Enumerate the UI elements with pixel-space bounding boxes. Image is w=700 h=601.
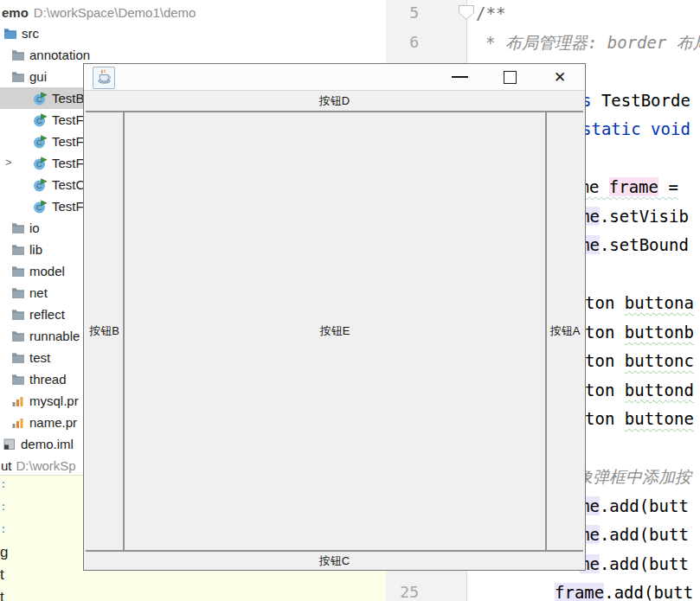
java-class-icon: C [33,113,48,127]
java-coffee-icon [96,68,112,88]
code-token: .add(butt [600,554,689,573]
code-token: static [581,119,641,138]
tree-item-label: TestC [52,177,85,192]
code-token: ton [585,293,625,312]
doc-popup-fragment: t [0,566,4,584]
tree-item-label: ut [1,458,12,473]
folder-icon [10,221,25,235]
doc-popup-fragment: : [0,477,7,490]
code-line-21[interactable]: 象弹框中添加按 [576,465,691,488]
code-token: buttona [625,293,694,312]
properties-file-icon [10,416,25,430]
code-token: void [651,119,690,138]
code-line-23[interactable]: me.add(butt [580,523,689,546]
doc-popup-fragment: : [0,500,7,513]
maximize-icon [504,71,517,84]
code-line-12[interactable]: me.setVisib [580,205,689,227]
tree-item-label: model [29,264,65,278]
code-token: frame [555,583,604,601]
project-root-path: D:\workSpace\Demo1\demo [34,5,196,20]
code-token: ton [585,380,625,400]
code-token: ton [585,351,625,370]
java-class-icon: C [33,200,48,214]
tree-item-label: test [29,350,50,365]
code-token: .setVisib [600,207,689,226]
code-line-9[interactable]: static void [581,118,690,140]
button-west-label: 按钮B [89,323,119,339]
tree-item-label: lib [29,242,42,257]
button-north-label: 按钮D [319,93,350,109]
folder-icon [10,243,25,257]
folder-icon [10,48,25,62]
tree-item-path: D:\workSp [16,458,76,473]
close-button[interactable]: ✕ [535,64,585,90]
tree-item-label: runnable [29,329,80,343]
code-token: ton [585,323,625,342]
gutter-line-number[interactable]: 5 [386,2,419,24]
code-line-18[interactable]: ton buttond [585,379,694,401]
folder-icon [10,70,25,84]
tree-item-label: net [29,285,48,300]
tree-item-label: gui [29,69,47,84]
code-line-22[interactable]: me.add(butt [580,495,689,517]
button-south-label: 按钮C [319,553,350,569]
tree-item-label: annotation [29,48,90,62]
code-line-13[interactable]: me.setBound [580,233,689,256]
button-east[interactable]: 按钮A [546,112,583,550]
button-north[interactable]: 按钮D [86,91,583,112]
code-token: * 布局管理器: border 布局 [485,33,700,52]
code-token: .add(butt [600,496,689,515]
tree-item-label: mysql.pr [29,393,79,408]
code-line-25[interactable]: frame.add(butt [555,581,693,601]
window-system-menu-button[interactable] [93,67,115,89]
code-line-15[interactable]: ton buttona [585,291,694,314]
code-token: .add(butt [604,583,693,601]
button-south[interactable]: 按钮C [86,551,583,570]
app-window-titlebar[interactable]: ✕ [84,64,585,91]
folder-icon [10,373,25,387]
code-line-8[interactable]: s TestBorde [581,89,690,112]
tree-item-label: TestF [52,112,84,127]
doc-popup-fragment: t [0,589,4,601]
minimize-button[interactable] [434,64,485,90]
code-token: buttond [625,380,694,400]
code-token: .setBound [600,235,689,254]
code-token: ton [585,409,625,428]
code-line-24[interactable]: me.add(butt [580,553,689,575]
java-class-icon: C [33,157,48,170]
java-class-icon: C [33,92,48,105]
code-line-19[interactable]: ton buttone [585,407,694,430]
code-token: /** [476,3,505,22]
tree-item-src[interactable]: src [0,22,386,44]
maximize-button[interactable] [485,64,535,90]
gutter-line-number[interactable]: 25 [386,581,419,601]
doc-popup-fragment: g [0,544,8,561]
app-window[interactable]: ✕ 按钮D 按钮B 按钮E 按钮A 按钮C [83,63,586,571]
code-token: = [658,177,678,196]
minimize-icon [452,76,468,78]
tree-item-label: TestB [52,91,85,105]
code-line-6[interactable]: * 布局管理器: border 布局 [485,31,700,54]
button-center[interactable]: 按钮E [124,112,546,550]
code-line-5[interactable]: /** [476,2,505,24]
tree-item-label: thread [29,372,67,387]
project-root-name: emo [2,5,29,20]
tree-item-label: TestF [52,134,84,149]
tree-item-label: src [22,26,39,41]
properties-file-icon [10,394,25,408]
expand-arrow-icon[interactable]: > [5,156,12,169]
folder-icon [10,351,25,365]
project-root-row[interactable]: emo D:\workSpace\Demo1\demo [2,2,196,22]
folder-icon [10,308,25,322]
code-token: .add(butt [600,525,689,544]
button-west[interactable]: 按钮B [86,112,124,550]
java-class-icon: C [33,178,48,192]
code-line-16[interactable]: ton buttonb [585,321,694,343]
tree-item-label: demo.iml [21,437,74,451]
gutter-line-number[interactable]: 6 [386,31,419,54]
button-center-label: 按钮E [320,323,350,339]
tree-item-label: TestF [52,156,84,170]
folder-icon [10,265,25,278]
code-line-17[interactable]: ton buttonc [585,349,694,372]
java-class-icon: C [33,135,48,149]
